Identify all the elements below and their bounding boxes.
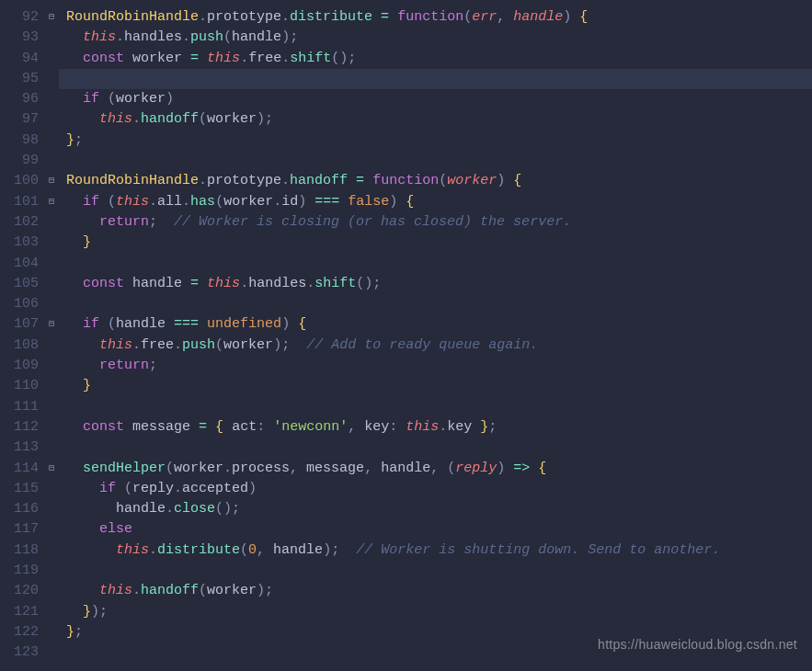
code-line[interactable]: sendHelper(worker.process, message, hand… [59, 459, 812, 479]
fold-marker [44, 602, 59, 622]
line-number: 112 [0, 417, 39, 438]
line-number: 109 [0, 356, 39, 376]
code-line[interactable]: if (handle === undefined) { [59, 314, 812, 335]
line-number: 94 [0, 49, 39, 69]
line-number: 105 [0, 274, 39, 294]
line-number: 101 [0, 192, 39, 212]
code-line[interactable] [59, 254, 812, 274]
code-line[interactable]: RoundRobinHandle.prototype.handoff = fun… [59, 171, 812, 191]
fold-marker [44, 540, 59, 561]
fold-marker [44, 89, 59, 109]
fold-marker [44, 254, 59, 274]
code-line[interactable] [59, 151, 812, 171]
fold-marker [44, 438, 59, 458]
fold-marker [44, 69, 59, 89]
fold-marker [44, 274, 59, 294]
fold-marker [44, 376, 59, 396]
line-number: 102 [0, 212, 39, 233]
fold-marker [44, 28, 59, 48]
line-number: 95 [0, 69, 39, 89]
line-number: 100 [0, 171, 39, 191]
fold-marker [44, 499, 59, 519]
fold-marker [44, 49, 59, 69]
code-line[interactable]: RoundRobinHandle.prototype.distribute = … [59, 7, 812, 28]
code-line[interactable]: this.handoff(worker); [59, 109, 812, 130]
line-number-gutter: 9293949596979899100101102103104105106107… [0, 0, 44, 671]
code-line[interactable]: return; // Worker is closing (or has clo… [59, 212, 812, 233]
line-number: 92 [0, 7, 39, 28]
fold-column[interactable]: ⊟⊟⊟⊟⊟ [44, 0, 59, 671]
code-line[interactable]: const handle = this.handles.shift(); [59, 274, 812, 294]
line-number: 106 [0, 294, 39, 314]
line-number: 104 [0, 254, 39, 274]
code-line[interactable]: return; [59, 356, 812, 376]
code-line[interactable] [59, 438, 812, 458]
line-number: 103 [0, 233, 39, 253]
code-line[interactable]: this.handles.push(handle); [59, 28, 812, 48]
fold-marker [44, 417, 59, 438]
fold-marker [44, 561, 59, 581]
fold-marker [44, 233, 59, 253]
line-number: 116 [0, 499, 39, 519]
code-line[interactable]: if (reply.accepted) [59, 479, 812, 499]
line-number: 113 [0, 438, 39, 458]
fold-marker [44, 622, 59, 643]
fold-marker[interactable]: ⊟ [44, 314, 59, 335]
line-number: 98 [0, 131, 39, 151]
code-line[interactable]: if (worker) [59, 89, 812, 109]
fold-marker [44, 131, 59, 151]
code-line[interactable]: const worker = this.free.shift(); [59, 49, 812, 69]
line-number: 99 [0, 151, 39, 171]
line-number: 107 [0, 314, 39, 335]
fold-marker [44, 581, 59, 601]
fold-marker [44, 294, 59, 314]
fold-marker [44, 397, 59, 417]
fold-marker [44, 519, 59, 540]
code-line[interactable] [59, 561, 812, 581]
line-number: 122 [0, 622, 39, 643]
fold-marker[interactable]: ⊟ [44, 7, 59, 28]
code-line[interactable]: }); [59, 602, 812, 622]
code-line[interactable]: }; [59, 131, 812, 151]
line-number: 119 [0, 561, 39, 581]
code-line[interactable]: this.free.push(worker); // Add to ready … [59, 336, 812, 356]
code-line[interactable] [59, 397, 812, 417]
fold-marker [44, 151, 59, 171]
line-number: 93 [0, 28, 39, 48]
code-line[interactable]: }; [59, 622, 812, 643]
line-number: 96 [0, 89, 39, 109]
line-number: 118 [0, 540, 39, 561]
line-number: 120 [0, 581, 39, 601]
code-line[interactable]: this.distribute(0, handle); // Worker is… [59, 540, 812, 561]
code-line[interactable]: else [59, 519, 812, 540]
code-line[interactable]: } [59, 233, 812, 253]
code-line[interactable] [59, 294, 812, 314]
code-line[interactable]: const message = { act: 'newconn', key: t… [59, 417, 812, 438]
line-number: 97 [0, 109, 39, 130]
fold-marker [44, 356, 59, 376]
code-line[interactable]: handle.close(); [59, 499, 812, 519]
code-line[interactable] [59, 69, 812, 89]
line-number: 114 [0, 459, 39, 479]
fold-marker [44, 336, 59, 356]
fold-marker [44, 479, 59, 499]
code-line[interactable]: if (this.all.has(worker.id) === false) { [59, 192, 812, 212]
code-line[interactable]: this.handoff(worker); [59, 581, 812, 601]
code-line[interactable] [59, 643, 812, 663]
line-number: 121 [0, 602, 39, 622]
line-number: 108 [0, 336, 39, 356]
code-line[interactable]: } [59, 376, 812, 396]
fold-marker [44, 643, 59, 663]
fold-marker[interactable]: ⊟ [44, 192, 59, 212]
line-number: 123 [0, 643, 39, 663]
fold-marker [44, 212, 59, 233]
line-number: 111 [0, 397, 39, 417]
code-editor[interactable]: 9293949596979899100101102103104105106107… [0, 0, 812, 671]
fold-marker[interactable]: ⊟ [44, 171, 59, 191]
line-number: 110 [0, 376, 39, 396]
line-number: 115 [0, 479, 39, 499]
code-area[interactable]: RoundRobinHandle.prototype.distribute = … [59, 0, 812, 671]
line-number: 117 [0, 519, 39, 540]
fold-marker[interactable]: ⊟ [44, 459, 59, 479]
fold-marker [44, 109, 59, 130]
